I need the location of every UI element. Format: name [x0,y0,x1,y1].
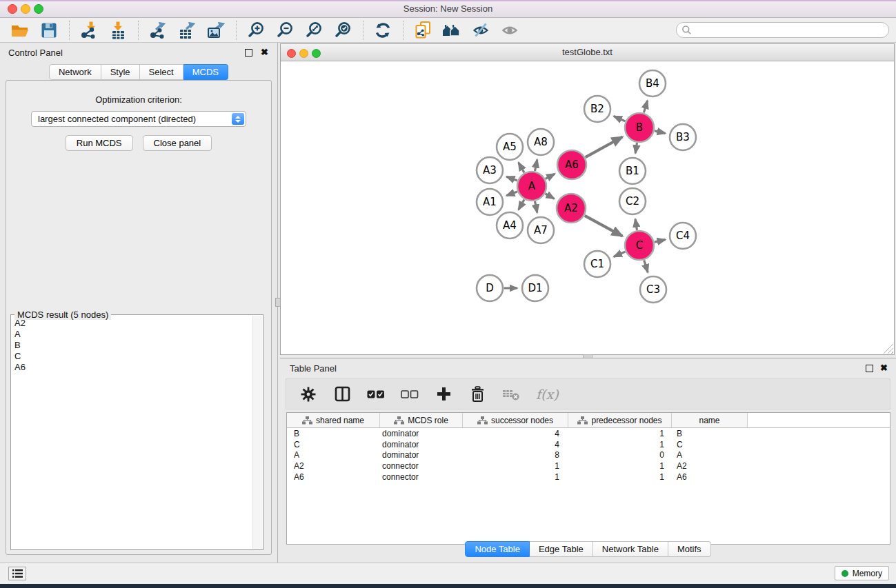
column-header-MCDS-role[interactable]: MCDS role [380,413,463,427]
table-row[interactable]: A2connector11A2 [287,460,890,472]
table-cell: A6 [672,472,748,482]
zoom-window-button[interactable] [34,4,43,14]
column-header-shared-name[interactable]: shared name [287,413,380,427]
table-cell: 1 [568,429,672,438]
zoom-selected-button[interactable] [331,20,355,41]
close-window-button[interactable] [8,4,17,14]
graph-edge[interactable] [519,163,524,173]
function-builder-button[interactable]: f(x) [536,385,559,403]
search-icon [681,25,692,35]
tab-style[interactable]: Style [101,64,140,80]
hide-selected-button[interactable] [469,20,492,41]
show-column-button[interactable] [333,385,351,403]
table-row[interactable]: Cdominator41C [287,439,890,450]
table-row[interactable]: Bdominator41B [287,428,890,439]
zoom-fit-button[interactable] [302,20,326,41]
search-input[interactable] [692,25,884,36]
export-table-button[interactable] [175,20,199,41]
close-panel-icon[interactable]: ✖ [261,47,268,57]
graph-edge[interactable] [546,174,555,179]
task-history-button[interactable] [8,567,26,580]
graph-edge[interactable] [506,176,517,181]
export-network-button[interactable] [146,20,170,41]
attribute-icon [302,416,312,425]
zoom-out-button[interactable] [273,20,297,41]
save-session-button[interactable] [37,20,61,41]
tab-node-table[interactable]: Node Table [465,541,530,557]
export-network-icon [149,21,167,39]
table-row[interactable]: Adominator80A [287,450,890,461]
deselect-all-button[interactable] [401,385,419,403]
control-panel-tabs: NetworkStyleSelectMCDS [0,64,277,80]
graph-edge[interactable] [546,194,555,199]
open-session-button[interactable] [8,20,32,41]
first-neighbors-button[interactable] [440,20,464,41]
graph-edge[interactable] [506,192,517,196]
optimization-criterion-label: Optimization criterion: [6,94,271,105]
graph-edge[interactable] [644,101,647,113]
graph-edge[interactable] [655,131,666,134]
float-panel-icon[interactable] [245,49,252,57]
tab-edge-table[interactable]: Edge Table [530,541,593,557]
graph-edge[interactable] [586,137,623,158]
table-row[interactable]: A6connector11A6 [287,472,890,483]
zoom-in-button[interactable] [244,20,268,41]
toolbar-separator [236,21,237,40]
add-column-button[interactable] [435,385,452,403]
table-options-button[interactable] [299,385,317,403]
delete-column-button[interactable] [468,385,486,403]
mcds-result-item[interactable]: C [14,351,263,362]
graph-edge[interactable] [519,200,524,210]
select-all-button[interactable] [367,385,385,403]
new-network-from-selection-button[interactable] [411,20,435,41]
float-panel-icon[interactable] [866,365,873,372]
zoom-view-button[interactable] [312,49,321,58]
mcds-result-item[interactable]: A6 [14,362,263,373]
import-table-button[interactable] [106,20,130,41]
import-network-button[interactable] [77,20,101,41]
tab-network[interactable]: Network [49,64,101,80]
graph-edge[interactable] [655,240,666,243]
graph-edge[interactable] [535,201,537,213]
show-all-button[interactable] [498,20,521,41]
network-canvas[interactable]: B4B2BB3A8A5A6B1A3AC2A1A2A4A7C4CC1C3DD1 [281,61,894,354]
mcds-result-box: MCDS result (5 nodes) A2ABCA6 [10,314,263,550]
search-field[interactable] [676,22,889,38]
graph-edge[interactable] [614,252,626,256]
table-cell: 8 [463,450,568,460]
column-header-predecessor-nodes[interactable]: predecessor nodes [568,413,672,427]
run-mcds-button[interactable]: Run MCDS [66,135,133,151]
mcds-result-item[interactable]: B [14,340,263,351]
graph-edge[interactable] [644,261,648,273]
tab-network-table[interactable]: Network Table [593,541,668,557]
graph-node-label: C1 [590,258,604,270]
close-panel-button[interactable]: Close panel [143,135,212,151]
table-panel-header: Table Panel ✖ [280,358,896,378]
refresh-button[interactable] [371,20,395,41]
delete-table-button[interactable] [502,385,520,403]
result-scrollbar[interactable] [252,316,262,549]
table-header-row: shared nameMCDS rolesuccessor nodesprede… [287,413,890,428]
column-header-successor-nodes[interactable]: successor nodes [463,413,568,427]
column-header-name[interactable]: name [672,413,748,427]
graph-edge[interactable] [585,216,623,236]
minimize-window-button[interactable] [21,4,30,14]
graph-edge[interactable] [535,160,537,172]
export-image-button[interactable] [204,20,228,41]
tab-mcds[interactable]: MCDS [183,64,228,80]
optimization-criterion-select[interactable]: largest connected component (directed) [31,111,246,127]
tab-select[interactable]: Select [140,64,183,80]
minimize-view-button[interactable] [299,49,308,58]
tab-motifs[interactable]: Motifs [668,541,711,557]
houses-icon [441,22,462,39]
close-view-button[interactable] [287,49,296,58]
graph-edge[interactable] [635,143,637,153]
close-panel-icon[interactable]: ✖ [880,363,888,373]
graph-edge[interactable] [614,116,626,121]
graph-node-label: A2 [564,202,578,214]
graph-edge[interactable] [635,219,637,230]
status-bar: Memory [0,562,896,584]
attribute-icon [577,416,588,425]
memory-button[interactable]: Memory [835,566,889,580]
mcds-result-item[interactable]: A [14,329,263,340]
